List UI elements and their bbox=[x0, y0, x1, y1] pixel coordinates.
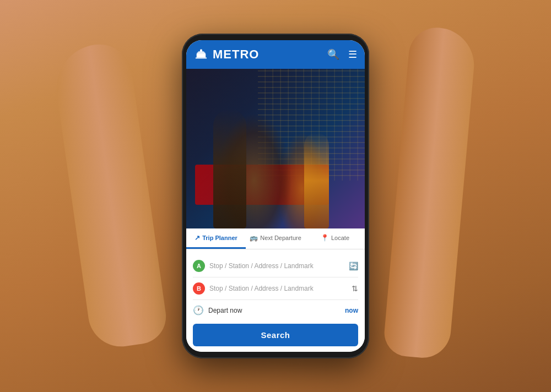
metro-logo: METRO bbox=[194, 47, 259, 62]
locate-icon: 📍 bbox=[321, 234, 329, 242]
phone-screen: METRO 🔍 ☰ ↗ Trip Planner bbox=[186, 40, 365, 352]
search-icon[interactable]: 🔍 bbox=[327, 48, 339, 61]
from-input[interactable]: Stop / Station / Address / Landmark bbox=[209, 262, 344, 270]
search-button[interactable]: Search bbox=[193, 324, 358, 346]
menu-icon[interactable]: ☰ bbox=[348, 48, 357, 61]
tab-trip-planner[interactable]: ↗ Trip Planner bbox=[186, 228, 246, 249]
tab-locate-label: Locate bbox=[331, 235, 349, 241]
tab-trip-planner-label: Trip Planner bbox=[202, 235, 237, 241]
tab-next-departure-label: Next Departure bbox=[260, 235, 301, 241]
trip-planner-icon: ↗ bbox=[195, 234, 200, 242]
tab-locate[interactable]: 📍 Locate bbox=[305, 228, 365, 249]
from-badge: A bbox=[193, 260, 205, 272]
to-field-row[interactable]: B Stop / Station / Address / Landmark ⇅ bbox=[193, 277, 358, 300]
to-input[interactable]: Stop / Station / Address / Landmark bbox=[209, 285, 347, 292]
tab-bar: ↗ Trip Planner 🚌 Next Departure 📍 Locate bbox=[186, 228, 365, 249]
depart-label: Depart now bbox=[208, 307, 341, 314]
person-left bbox=[213, 109, 246, 229]
hero-image bbox=[186, 69, 365, 228]
person-right bbox=[304, 133, 329, 228]
svg-rect-3 bbox=[197, 52, 206, 53]
svg-marker-1 bbox=[199, 49, 203, 52]
clock-icon: 🕐 bbox=[193, 305, 204, 315]
header-icons: 🔍 ☰ bbox=[327, 48, 357, 61]
depart-row: 🕐 Depart now now bbox=[193, 300, 358, 320]
depart-now-button[interactable]: now bbox=[345, 307, 358, 314]
app-header: METRO 🔍 ☰ bbox=[186, 40, 365, 69]
to-badge: B bbox=[193, 282, 205, 295]
tab-next-departure[interactable]: 🚌 Next Departure bbox=[246, 228, 305, 249]
arrows-icon[interactable]: ⇅ bbox=[352, 284, 358, 293]
next-departure-icon: 🚌 bbox=[250, 234, 258, 242]
form-area: A Stop / Station / Address / Landmark 🔄 … bbox=[186, 249, 365, 352]
svg-rect-4 bbox=[197, 53, 206, 57]
svg-rect-2 bbox=[198, 52, 204, 53]
scene: METRO 🔍 ☰ ↗ Trip Planner bbox=[0, 0, 551, 392]
app-title: METRO bbox=[213, 47, 259, 62]
svg-rect-5 bbox=[196, 58, 207, 59]
capitol-icon bbox=[194, 47, 208, 62]
phone-device: METRO 🔍 ☰ ↗ Trip Planner bbox=[182, 34, 369, 358]
from-field-row[interactable]: A Stop / Station / Address / Landmark 🔄 bbox=[193, 255, 358, 277]
swap-icon[interactable]: 🔄 bbox=[349, 262, 358, 270]
